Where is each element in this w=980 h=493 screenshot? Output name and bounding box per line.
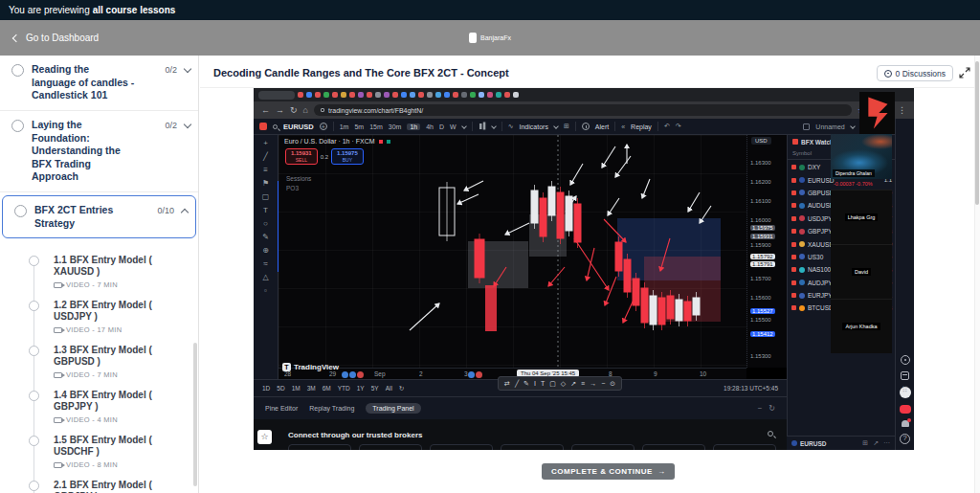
sidebar-tool-icon[interactable] — [901, 371, 909, 380]
range-button[interactable]: YTD — [338, 385, 350, 392]
footer-tool-icon[interactable]: ↗ — [873, 439, 879, 447]
video-player[interactable]: ← → ↻ ⌂ tradingview.com/chart/FB4ghtN/ ☆… — [254, 88, 914, 450]
drawing-tool-icon[interactable]: ▫ — [264, 287, 267, 295]
replay-button[interactable]: Replay — [631, 123, 652, 130]
active-browser-tab[interactable] — [258, 91, 295, 100]
tab-pine-editor[interactable]: Pine Editor — [265, 405, 298, 412]
buy-button[interactable]: 1.15975 BUY — [331, 148, 364, 165]
tab-favicon[interactable] — [496, 92, 501, 98]
broker-card[interactable] — [359, 444, 422, 450]
back-to-dashboard-link[interactable]: Go to Dashboard — [13, 33, 99, 43]
tab-favicon[interactable] — [323, 92, 329, 98]
range-button[interactable]: ↻ — [399, 385, 404, 392]
complete-continue-button[interactable]: COMPLETE & CONTINUE → — [542, 463, 675, 480]
chevron-down-icon[interactable] — [850, 123, 856, 129]
broker-card[interactable] — [642, 444, 705, 450]
timeframe-button[interactable]: W — [450, 123, 457, 130]
range-button[interactable]: 6M — [323, 385, 331, 392]
layout-grid-icon[interactable]: ⊞ — [564, 123, 569, 130]
sidebar-tool-icon[interactable] — [902, 420, 909, 427]
annotation-tool-icon[interactable]: ╱ — [515, 380, 519, 387]
timeframe-button[interactable]: 1h — [407, 123, 420, 130]
discussions-button[interactable]: 0 Discussions — [877, 65, 953, 81]
layout-name[interactable]: Unnamed — [815, 123, 844, 130]
drawing-tool-icon[interactable]: ⊕ — [262, 247, 269, 255]
chevron-down-icon[interactable] — [184, 121, 191, 128]
tab-favicon[interactable] — [513, 92, 519, 98]
annotation-tool-icon[interactable]: → — [590, 380, 596, 387]
chevron-down-icon[interactable] — [184, 65, 191, 73]
range-button[interactable]: 5Y — [371, 385, 379, 392]
tab-favicon[interactable] — [392, 92, 398, 98]
broker-search-icon[interactable] — [768, 431, 773, 437]
annotation-tool-icon[interactable]: ▢ — [549, 380, 556, 387]
tab-favicon[interactable] — [384, 92, 390, 98]
tab-favicon[interactable] — [306, 92, 312, 98]
tab-favicon[interactable] — [375, 92, 381, 98]
broker-card[interactable] — [288, 444, 351, 450]
compare-icon[interactable]: + — [320, 123, 327, 130]
browser-menu-icon[interactable]: ⋮ — [898, 106, 906, 115]
range-button[interactable]: 1Y — [357, 385, 365, 392]
range-button[interactable]: 1M — [292, 385, 301, 392]
sidebar-tool-icon[interactable] — [901, 355, 910, 365]
range-button[interactable]: 5D — [277, 385, 284, 392]
fullscreen-icon[interactable] — [959, 67, 970, 78]
lesson-list-item[interactable]: 2.1 BFX Entry Model ( GBPJPY ) VIDEO - 1… — [0, 480, 198, 493]
annotation-tool-icon[interactable]: ◇ — [561, 380, 566, 387]
annotation-tool-icon[interactable]: ⇄ — [504, 380, 510, 387]
tab-favicon[interactable] — [418, 92, 424, 98]
drawing-tool-icon[interactable]: ○ — [263, 220, 268, 228]
sell-button[interactable]: 1.15931 SELL — [285, 148, 318, 165]
sidebar-scrollbar[interactable] — [193, 343, 197, 486]
chart-type-icon[interactable] — [479, 122, 486, 132]
symbol-search[interactable]: EURUSD — [283, 123, 314, 131]
tab-favicon[interactable] — [461, 92, 467, 98]
timeframe-button[interactable]: 5m — [354, 123, 364, 130]
panel-control-icon[interactable]: − — [758, 404, 763, 413]
lesson-list-item[interactable]: 1.2 BFX Entry Model ( USDJPY ) VIDEO - 1… — [0, 300, 198, 334]
chevron-up-icon[interactable] — [181, 209, 189, 216]
timeframe-button[interactable]: 4h — [426, 123, 434, 130]
footer-tool-icon[interactable]: ⊞ — [862, 439, 868, 447]
broker-card[interactable] — [571, 444, 635, 450]
tab-favicon[interactable] — [401, 92, 407, 98]
symbol-description[interactable]: Euro / U.S. Dollar · 1h · FXCM — [284, 138, 375, 145]
home-icon[interactable]: ⌂ — [303, 106, 308, 115]
tab-favicon[interactable] — [341, 92, 346, 98]
range-button[interactable]: 1D — [262, 385, 270, 392]
sidebar-section-candlestick-101[interactable]: Reading the language of candles - Candle… — [0, 56, 198, 111]
favorites-star-button[interactable]: ☆ — [257, 430, 272, 444]
panel-control-icon[interactable]: ↻ — [768, 404, 775, 413]
sidebar-tool-icon[interactable] — [900, 405, 911, 414]
address-bar[interactable]: tradingview.com/chart/FB4ghtN/ — [314, 104, 852, 116]
annotation-tool-icon[interactable]: − — [601, 380, 605, 387]
tab-favicon[interactable] — [315, 92, 321, 98]
forward-icon[interactable]: → — [276, 106, 284, 115]
lesson-list-item[interactable]: 1.5 BFX Entry Model ( USDCHF ) VIDEO - 8… — [0, 435, 198, 469]
indicator-row[interactable]: Sessions — [286, 175, 311, 182]
broker-card[interactable] — [430, 444, 493, 450]
annotation-tool-icon[interactable]: ✎ — [523, 380, 529, 387]
drawing-tool-icon[interactable]: ⚑ — [262, 180, 269, 188]
tab-replay-trading[interactable]: Replay Trading — [309, 405, 354, 412]
lesson-list-item[interactable]: 1.3 BFX Entry Model ( GBPUSD ) VIDEO - 7… — [0, 345, 198, 379]
tab-favicon[interactable] — [444, 92, 450, 98]
drawing-tool-icon[interactable]: ✎ — [262, 234, 269, 241]
clock-text[interactable]: 19:28:13 UTC+5:45 — [724, 385, 778, 392]
tab-favicon[interactable] — [358, 92, 364, 98]
timeframe-button[interactable]: D — [439, 123, 444, 130]
indicator-row[interactable]: PO3 — [286, 185, 299, 191]
drawing-tool-icon[interactable]: △ — [262, 274, 268, 281]
annotation-tool-icon[interactable]: ↗ — [570, 380, 576, 387]
symbol-search-icon[interactable] — [273, 124, 278, 129]
timeframe-button[interactable]: 1m — [340, 123, 349, 130]
broker-card[interactable] — [713, 444, 776, 450]
chevron-down-icon[interactable] — [491, 123, 497, 129]
annotation-tool-icon[interactable]: T — [541, 380, 545, 387]
annotation-tool-icon[interactable]: ⊙ — [610, 380, 615, 387]
tab-favicon[interactable] — [298, 92, 303, 98]
undo-icon[interactable]: ↶ — [664, 123, 670, 130]
tab-favicon[interactable] — [427, 92, 433, 98]
lesson-list-item[interactable]: 1.1 BFX Entry Model ( XAUUSD ) VIDEO - 7… — [0, 255, 198, 289]
